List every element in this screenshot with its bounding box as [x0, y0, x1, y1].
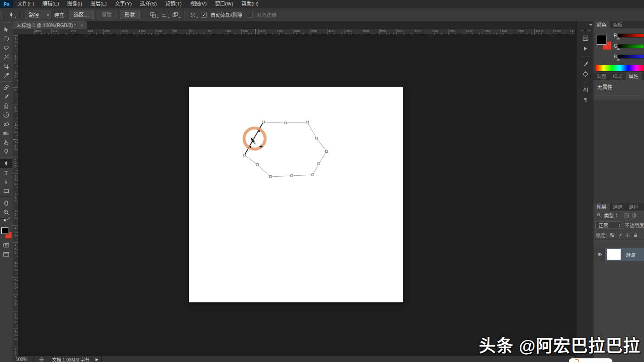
eyedropper-tool[interactable] — [0, 71, 12, 80]
clone-stamp-tool[interactable] — [0, 101, 12, 110]
hand-tool[interactable] — [0, 198, 12, 207]
path-alignment-icon — [161, 11, 167, 18]
path-arrangement-button[interactable]: ▾ — [171, 11, 180, 19]
menu-帮助[interactable]: 帮助(H) — [237, 0, 262, 8]
filter-adjustment-icon[interactable] — [631, 212, 637, 218]
foreground-color-swatch[interactable] — [1, 227, 8, 234]
magic-wand-icon — [3, 54, 10, 61]
layer-visibility-cell[interactable] — [594, 248, 605, 261]
zoom-level-field[interactable]: 100% — [16, 357, 28, 362]
tab-adjustments[interactable]: 调整 — [594, 72, 610, 80]
tab-paths[interactable]: 路径 — [626, 203, 642, 211]
history-panel-icon[interactable] — [578, 33, 592, 43]
svg-text:T: T — [5, 169, 8, 176]
menu-文字[interactable]: 文字(Y) — [111, 0, 136, 8]
tab-properties[interactable]: 属性 — [626, 72, 642, 80]
screen-mode-button[interactable] — [0, 250, 12, 259]
path-selection-tool[interactable] — [0, 177, 12, 186]
gradient-tool[interactable] — [0, 128, 12, 138]
menu-滤镜[interactable]: 滤镜(T) — [161, 0, 186, 8]
layer-thumbnail[interactable] — [607, 249, 621, 260]
healing-brush-tool[interactable] — [0, 83, 12, 92]
type-tool[interactable]: T — [0, 168, 12, 177]
tab-info[interactable]: 信息 — [642, 72, 644, 80]
lock-all-icon[interactable] — [633, 233, 638, 238]
path-operations-button[interactable]: ▾ — [149, 11, 158, 19]
character-panel-icon[interactable]: A — [578, 85, 592, 95]
make-shape-button[interactable]: 形状 — [120, 11, 140, 19]
panel-dock-strip: ◂◂ A¶ — [576, 21, 594, 362]
slider-b-handle[interactable] — [616, 58, 620, 61]
slider-g-handle[interactable] — [616, 48, 620, 50]
lock-label: 锁定: — [596, 232, 607, 239]
lock-pixels-icon[interactable] — [617, 233, 622, 238]
filter-image-icon[interactable] — [623, 212, 629, 218]
menu-选择[interactable]: 选择(S) — [136, 0, 161, 8]
lasso-tool[interactable] — [0, 43, 12, 52]
menu-编辑[interactable]: 编辑(E) — [38, 0, 63, 8]
menu-图层[interactable]: 图层(L) — [86, 0, 111, 8]
tab-styles[interactable]: 样式 — [610, 72, 626, 80]
path-alignment-button[interactable]: ▾ — [160, 11, 169, 19]
layer-name: 背景 — [625, 251, 635, 258]
document-tab[interactable]: 未标题-1 @ 100%(RGB/8) * × — [13, 21, 87, 29]
layers-panel-tabs: 图层 通道 路径 — [594, 203, 644, 211]
dodge-tool[interactable] — [0, 147, 12, 156]
properties-panel: 无属性 — [594, 80, 644, 100]
tab-layers[interactable]: 图层 — [594, 203, 610, 211]
status-options-arrow[interactable]: ▶ — [94, 357, 100, 362]
default-colors-icon[interactable] — [1, 217, 6, 222]
crop-tool[interactable] — [0, 61, 12, 71]
smudge-tool[interactable] — [0, 138, 12, 147]
menu-窗口[interactable]: 窗口(W) — [211, 0, 238, 8]
expand-panels-icon[interactable]: ◂◂ — [589, 22, 591, 27]
clone-stamp-icon — [3, 102, 10, 109]
layer-row-background[interactable]: 背景 — [594, 248, 644, 261]
lock-transparency-icon[interactable] — [610, 233, 615, 238]
align-edges-label: 对齐边缘 — [256, 11, 277, 18]
pen-icon — [8, 11, 15, 18]
horizontal-ruler[interactable]: 4504003503002502001501005005010015020025… — [18, 29, 575, 35]
clone-source-panel-icon[interactable] — [578, 69, 592, 79]
crop-icon — [3, 63, 10, 70]
auto-add-delete-checkbox[interactable]: ✓ — [201, 12, 207, 18]
foreground-color-swatch-panel[interactable] — [597, 35, 606, 45]
shape-tool[interactable] — [0, 186, 12, 195]
eye-icon — [596, 251, 602, 257]
tab-channels[interactable]: 通道 — [610, 203, 626, 211]
make-selection-button[interactable]: 选区… — [69, 11, 94, 19]
move-tool[interactable] — [0, 25, 12, 34]
zoom-tool[interactable] — [0, 207, 12, 217]
brush-presets-panel-icon[interactable] — [578, 59, 592, 69]
lock-position-icon[interactable] — [625, 233, 630, 238]
blend-mode-select[interactable]: 正常 ▴▾ — [595, 221, 622, 229]
tab-swatches[interactable]: 色板 — [610, 21, 626, 28]
brush-tool[interactable] — [0, 92, 12, 101]
marquee-tool[interactable] — [0, 34, 12, 43]
eraser-tool[interactable] — [0, 119, 12, 128]
magic-wand-tool[interactable] — [0, 52, 12, 61]
actions-panel-icon[interactable] — [578, 44, 592, 53]
make-label: 建立: — [54, 11, 66, 18]
search-icon — [596, 212, 602, 218]
tool-mode-select[interactable]: 路径 ▴▾ — [25, 11, 50, 19]
pen-options-gear-button[interactable]: ▾ — [188, 11, 197, 19]
history-brush-tool[interactable] — [0, 110, 12, 119]
quick-mask-button[interactable] — [0, 240, 12, 250]
document-canvas[interactable] — [189, 87, 403, 302]
slider-r-handle[interactable] — [616, 37, 620, 39]
menu-文件[interactable]: 文件(F) — [13, 0, 38, 8]
pen-tool-preset-button[interactable]: ▾ — [6, 11, 16, 19]
layer-filter-type[interactable]: 类型 — [604, 212, 614, 219]
menu-视图[interactable]: 视图(V) — [186, 0, 211, 8]
tab-color[interactable]: 颜色 — [594, 21, 610, 28]
color-spectrum-ramp[interactable] — [595, 65, 644, 72]
history-brush-icon — [3, 111, 10, 118]
menu-图像[interactable]: 图像(I) — [63, 0, 86, 8]
paragraph-panel-icon[interactable]: ¶ — [578, 95, 592, 105]
close-icon[interactable]: × — [80, 22, 83, 28]
vertical-ruler[interactable]: 1501005005010015020025030035040045050055… — [13, 34, 19, 356]
swap-colors-icon[interactable] — [7, 217, 11, 222]
marquee-icon — [3, 35, 10, 42]
pen-tool[interactable] — [0, 159, 12, 168]
